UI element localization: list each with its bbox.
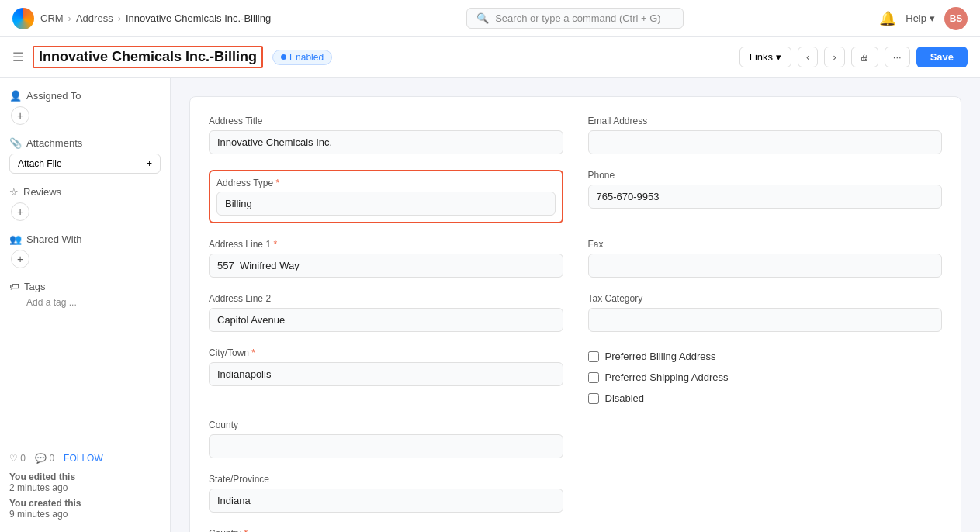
main-content: Address Title Email Address Address Type… — [171, 78, 980, 532]
shared-with-add-button[interactable]: + — [11, 250, 29, 268]
city-required-star: * — [251, 347, 255, 358]
edited-info: You edited this 2 minutes ago — [9, 472, 161, 493]
email-address-label: Email Address — [588, 116, 943, 126]
reviews-label: Reviews — [23, 186, 61, 198]
prev-button[interactable]: ‹ — [798, 47, 818, 67]
email-address-group: Email Address — [588, 116, 943, 154]
disabled-group: Disabled — [588, 392, 943, 404]
address-line1-required-star: * — [273, 239, 277, 250]
menu-icon[interactable]: ☰ — [12, 50, 23, 64]
attach-plus-icon: + — [147, 158, 152, 169]
address-type-select-wrap: Billing Shipping Other — [216, 192, 556, 216]
address-title-input[interactable] — [209, 130, 563, 154]
search-bar[interactable]: 🔍 Search or type a command (Ctrl + G) — [466, 8, 684, 29]
more-button[interactable]: ··· — [885, 47, 910, 67]
preferred-shipping-label: Preferred Shipping Address — [605, 371, 729, 383]
assigned-to-label: Assigned To — [26, 90, 81, 102]
app-logo[interactable] — [12, 8, 34, 29]
breadcrumb-sep1: › — [68, 12, 71, 24]
city-input[interactable] — [209, 362, 563, 386]
search-placeholder: Search or type a command (Ctrl + G) — [495, 12, 661, 24]
assigned-to-section: 👤 Assigned To + — [9, 90, 161, 125]
add-tag-label[interactable]: Add a tag ... — [9, 297, 161, 308]
page-header-right: Links ▾ ‹ › 🖨 ··· Save — [739, 47, 968, 67]
disabled-checkbox[interactable] — [588, 393, 599, 404]
address-line2-label: Address Line 2 — [209, 293, 563, 304]
edited-label: You edited this — [9, 472, 75, 482]
page-header: ☰ Innovative Chemicals Inc.-Billing Enab… — [0, 37, 980, 78]
form-card: Address Title Email Address Address Type… — [189, 96, 961, 532]
links-button[interactable]: Links ▾ — [739, 47, 791, 67]
address-line1-input[interactable] — [209, 254, 563, 278]
tax-category-label: Tax Category — [588, 293, 943, 304]
nav-left: CRM › Address › Innovative Chemicals Inc… — [12, 8, 271, 29]
shared-with-label: Shared With — [26, 233, 82, 245]
likes-count: ♡ 0 — [9, 453, 26, 464]
status-label: Enabled — [289, 52, 324, 63]
address-type-label: Address Type * — [216, 178, 556, 188]
address-type-box: Address Type * Billing Shipping Other — [209, 170, 563, 223]
address-title-group: Address Title — [209, 116, 563, 154]
nav-right: 🔔 Help ▾ BS — [879, 7, 968, 30]
disabled-label: Disabled — [605, 392, 645, 404]
city-group: City/Town * — [209, 347, 563, 404]
main-layout: 👤 Assigned To + 📎 Attachments Attach Fil… — [0, 78, 980, 532]
fax-input[interactable] — [588, 254, 943, 278]
page-title: Innovative Chemicals Inc.-Billing — [33, 46, 263, 68]
next-button[interactable]: › — [824, 47, 844, 67]
attach-file-button[interactable]: Attach File + — [9, 154, 161, 174]
help-label: Help — [906, 12, 926, 24]
fax-group: Fax — [588, 239, 943, 278]
preferred-billing-label: Preferred Billing Address — [605, 351, 716, 362]
likes-row: ♡ 0 💬 0 FOLLOW — [9, 453, 161, 464]
address-type-required-star: * — [276, 178, 280, 188]
address-type-select[interactable]: Billing Shipping Other — [216, 192, 556, 216]
country-label: Country * — [209, 528, 563, 532]
state-right-placeholder — [588, 474, 943, 513]
shared-with-section: 👥 Shared With + — [9, 233, 161, 268]
fax-label: Fax — [588, 239, 943, 250]
help-chevron-icon: ▾ — [930, 12, 935, 24]
reviews-add-button[interactable]: + — [11, 202, 29, 221]
assigned-to-add-button[interactable]: + — [11, 106, 29, 125]
tax-category-input[interactable] — [588, 308, 943, 332]
tag-icon: 🏷 — [9, 281, 19, 292]
avatar[interactable]: BS — [944, 7, 968, 30]
preferred-shipping-checkbox[interactable] — [588, 372, 599, 383]
shared-icon: 👥 — [9, 233, 22, 245]
created-label: You created this — [9, 498, 81, 509]
sidebar: 👤 Assigned To + 📎 Attachments Attach Fil… — [0, 78, 171, 532]
attachments-header: 📎 Attachments — [9, 137, 161, 149]
form-grid: Address Title Email Address Address Type… — [209, 116, 942, 532]
tax-category-group: Tax Category — [588, 293, 943, 332]
print-button[interactable]: 🖨 — [851, 47, 878, 67]
breadcrumb-crm[interactable]: CRM — [40, 12, 64, 24]
save-button[interactable]: Save — [916, 47, 968, 67]
help-button[interactable]: Help ▾ — [906, 12, 935, 24]
email-address-input[interactable] — [588, 130, 943, 154]
breadcrumb-current: Innovative Chemicals Inc.-Billing — [126, 12, 271, 24]
user-icon: 👤 — [9, 90, 22, 102]
address-title-label: Address Title — [209, 116, 563, 126]
notification-icon[interactable]: 🔔 — [879, 10, 896, 27]
address-line2-input[interactable] — [209, 308, 563, 332]
search-icon: 🔍 — [476, 12, 489, 24]
city-label: City/Town * — [209, 347, 563, 358]
tags-header: 🏷 Tags — [9, 281, 161, 292]
preferred-billing-checkbox[interactable] — [588, 351, 599, 362]
breadcrumb-address[interactable]: Address — [76, 12, 113, 24]
attachment-icon: 📎 — [9, 137, 22, 149]
county-right-placeholder — [588, 420, 943, 458]
address-line1-label: Address Line 1 * — [209, 239, 563, 250]
links-chevron-icon: ▾ — [776, 51, 781, 63]
state-group: State/Province — [209, 474, 563, 513]
tags-section: 🏷 Tags Add a tag ... — [9, 281, 161, 308]
state-input[interactable] — [209, 489, 563, 513]
star-icon: ☆ — [9, 186, 19, 198]
follow-button[interactable]: FOLLOW — [64, 453, 103, 464]
phone-group: Phone — [588, 170, 943, 223]
breadcrumb: CRM › Address › Innovative Chemicals Inc… — [40, 12, 271, 24]
county-input[interactable] — [209, 434, 563, 458]
preferred-shipping-group: Preferred Shipping Address — [588, 371, 943, 383]
phone-input[interactable] — [588, 185, 943, 209]
